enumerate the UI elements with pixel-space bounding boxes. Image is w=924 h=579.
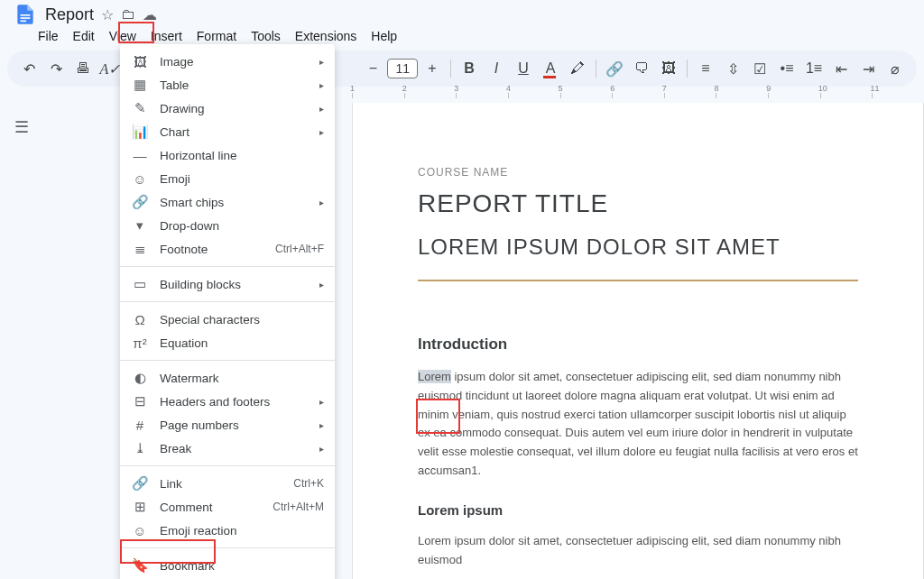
submenu-arrow-icon: ▸ [319, 397, 324, 407]
menu-item-chart[interactable]: 📊Chart▸ [120, 120, 335, 143]
image-icon: 🖼 [131, 52, 149, 70]
report-title: REPORT TITLE [418, 189, 858, 218]
menu-item-special-characters[interactable]: ΩSpecial characters [120, 308, 335, 331]
bookmark-icon: 🔖 [131, 556, 149, 574]
outline-toggle-icon[interactable]: ☰ [14, 117, 29, 579]
submenu-arrow-icon: ▸ [319, 280, 324, 290]
menu-item-break[interactable]: ⤓Break▸ [120, 437, 335, 460]
drawing-icon: ✎ [131, 99, 149, 117]
insert-menu-dropdown: 🖼Image▸▦Table▸✎Drawing▸📊Chart▸―Horizonta… [120, 44, 335, 579]
menu-item-link[interactable]: 🔗LinkCtrl+K [120, 472, 335, 495]
decrease-indent-button[interactable]: ⇤ [828, 56, 854, 81]
report-subtitle: LOREM IPSUM DOLOR SIT AMET [418, 234, 858, 260]
menu-file[interactable]: File [31, 27, 66, 45]
italic-button[interactable]: I [484, 56, 509, 81]
menu-edit[interactable]: Edit [66, 27, 102, 45]
menu-item-headers-and-footers[interactable]: ⊟Headers and footers▸ [120, 390, 335, 413]
course-name-eyebrow: COURSE NAME [418, 166, 858, 179]
checklist-button[interactable]: ☑ [747, 56, 772, 81]
menu-help[interactable]: Help [364, 27, 404, 45]
font-size-increase[interactable]: + [420, 56, 445, 81]
special-characters-icon: Ω [131, 310, 149, 328]
introduction-heading: Introduction [418, 335, 858, 354]
submenu-arrow-icon: ▸ [319, 420, 324, 430]
menu-item-comment[interactable]: ⊞CommentCtrl+Alt+M [120, 495, 335, 519]
svg-rect-0 [21, 14, 31, 16]
menu-item-equation[interactable]: π²Equation [120, 331, 335, 354]
menu-item-horizontal-line[interactable]: ―Horizontal line [120, 143, 335, 167]
star-icon[interactable]: ☆ [101, 6, 114, 23]
table-icon: ▦ [131, 76, 149, 94]
menu-item-page-numbers[interactable]: #Page numbers▸ [120, 413, 335, 437]
document-title[interactable]: Report [43, 5, 96, 24]
building-blocks-icon: ▭ [131, 275, 149, 293]
submenu-arrow-icon: ▸ [319, 198, 324, 207]
redo-button[interactable]: ↷ [43, 56, 69, 81]
bulleted-list-button[interactable]: •≡ [774, 56, 799, 81]
insert-image-button[interactable]: 🖼 [656, 56, 681, 81]
comment-icon: ⊞ [131, 498, 149, 516]
svg-rect-1 [21, 17, 31, 19]
selected-text[interactable]: Lorem [418, 370, 451, 383]
menu-insert[interactable]: Insert [143, 27, 189, 45]
clear-formatting-button[interactable]: ⌀ [882, 56, 908, 81]
docs-logo[interactable] [7, 0, 43, 30]
menu-item-emoji[interactable]: ☺Emoji [120, 167, 335, 190]
footnote-icon: ≣ [131, 240, 149, 258]
move-icon[interactable]: 🗀 [121, 6, 135, 23]
submenu-arrow-icon: ▸ [319, 57, 324, 67]
menu-item-bookmark[interactable]: 🔖Bookmark [120, 554, 335, 577]
submenu-arrow-icon: ▸ [319, 127, 324, 137]
document-page[interactable]: COURSE NAME REPORT TITLE LOREM IPSUM DOL… [352, 103, 924, 579]
break-icon: ⤓ [131, 439, 149, 457]
line-spacing-button[interactable]: ⇳ [720, 56, 745, 81]
submenu-arrow-icon: ▸ [319, 104, 324, 114]
menu-format[interactable]: Format [189, 27, 244, 45]
second-paragraph: Lorem ipsum dolor sit amet, consectetuer… [418, 532, 858, 570]
insert-comment-button[interactable]: 🗨 [629, 56, 654, 81]
underline-button[interactable]: U [511, 56, 536, 81]
drop-down-icon: ▾ [131, 216, 149, 234]
font-size-input[interactable]: 11 [387, 59, 418, 78]
menu-item-table[interactable]: ▦Table▸ [120, 73, 335, 96]
menu-item-smart-chips[interactable]: 🔗Smart chips▸ [120, 190, 335, 214]
highlight-button[interactable]: 🖍 [565, 56, 590, 81]
menu-item-image[interactable]: 🖼Image▸ [120, 50, 335, 73]
increase-indent-button[interactable]: ⇥ [855, 56, 881, 81]
lorem-ipsum-heading: Lorem ipsum [418, 502, 858, 518]
introduction-paragraph: Lorem ipsum dolor sit amet, consectetuer… [418, 368, 858, 481]
chart-icon: 📊 [131, 123, 149, 141]
align-button[interactable]: ≡ [693, 56, 718, 81]
menu-item-drop-down[interactable]: ▾Drop-down [120, 214, 335, 237]
menu-item-watermark[interactable]: ◐Watermark [120, 366, 335, 390]
emoji-reaction-icon: ☺ [131, 521, 149, 539]
page-numbers-icon: # [131, 416, 149, 434]
undo-button[interactable]: ↶ [16, 56, 42, 81]
smart-chips-icon: 🔗 [131, 193, 149, 211]
bold-button[interactable]: B [457, 56, 482, 81]
horizontal-line-icon: ― [131, 146, 149, 164]
menu-item-footnote[interactable]: ≣FootnoteCtrl+Alt+F [120, 237, 335, 261]
title-horizontal-rule [418, 280, 858, 281]
submenu-arrow-icon: ▸ [319, 80, 324, 90]
spellcheck-button[interactable]: A✓ [97, 56, 123, 81]
menu-item-drawing[interactable]: ✎Drawing▸ [120, 96, 335, 120]
text-color-button[interactable]: A [538, 56, 563, 81]
numbered-list-button[interactable]: 1≡ [801, 56, 827, 81]
print-button[interactable]: 🖶 [70, 56, 96, 81]
headers-and-footers-icon: ⊟ [131, 392, 149, 410]
submenu-arrow-icon: ▸ [319, 444, 324, 454]
watermark-icon: ◐ [131, 369, 149, 387]
cloud-icon[interactable]: ☁ [143, 6, 157, 23]
svg-rect-2 [21, 21, 26, 23]
menu-item-building-blocks[interactable]: ▭Building blocks▸ [120, 272, 335, 296]
menu-tools[interactable]: Tools [244, 27, 288, 45]
menu-extensions[interactable]: Extensions [288, 27, 364, 45]
font-size-decrease[interactable]: − [360, 56, 385, 81]
menu-item-emoji-reaction[interactable]: ☺Emoji reaction [120, 519, 335, 542]
insert-link-button[interactable]: 🔗 [602, 56, 627, 81]
link-icon: 🔗 [131, 474, 149, 492]
equation-icon: π² [131, 334, 149, 352]
emoji-icon: ☺ [131, 170, 149, 188]
menu-view[interactable]: View [102, 27, 143, 45]
